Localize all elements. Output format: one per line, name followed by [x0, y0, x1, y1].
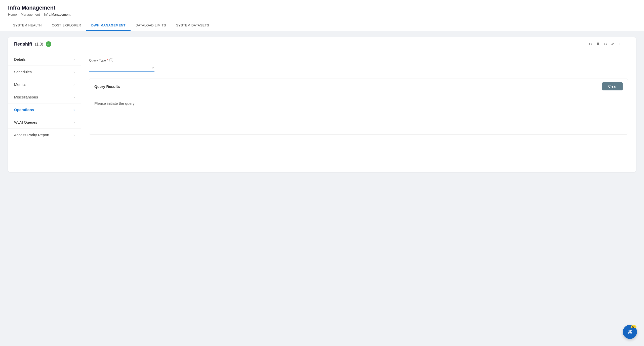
- breadcrumb-current: Infra Management: [44, 13, 71, 16]
- query-type-label: Query Type * i: [89, 58, 154, 62]
- chevron-icon-schedules: ›: [73, 70, 75, 74]
- chevron-icon-miscellaneous: ›: [73, 95, 75, 99]
- sidebar-item-operations[interactable]: Operations ›: [8, 103, 81, 116]
- scissors-icon[interactable]: ✂: [604, 42, 607, 47]
- app-header: Infra Management Home › Management › Inf…: [0, 0, 644, 31]
- main-content: Redshift (1.0) ✓ ↻ ⏸ ✂ ⑇ ＋ ⋮ Details ›: [0, 31, 644, 178]
- card-version: (1.0): [35, 42, 43, 46]
- chevron-down-icon: ⌄: [151, 65, 154, 70]
- clear-button[interactable]: Clear: [602, 82, 623, 90]
- tab-dwh-management[interactable]: DWH MANAGEMENT: [86, 20, 131, 31]
- query-initiate-text: Please initiate the query: [94, 101, 135, 106]
- query-results-title: Query Results: [94, 84, 120, 89]
- tab-system-health[interactable]: SYSTEM HEALTH: [8, 20, 47, 31]
- sidebar-item-details[interactable]: Details ›: [8, 53, 81, 66]
- card-body: Details › Schedules › Metrics › Miscella…: [8, 51, 636, 172]
- card-header: Redshift (1.0) ✓ ↻ ⏸ ✂ ⑇ ＋ ⋮: [8, 37, 636, 51]
- app-title: Infra Management: [8, 5, 636, 11]
- breadcrumb-sep-1: ›: [18, 13, 19, 16]
- pause-icon[interactable]: ⏸: [596, 42, 600, 46]
- tab-dataload-limits[interactable]: DATALOAD LIMITS: [131, 20, 171, 31]
- chevron-icon-operations: ›: [73, 108, 75, 112]
- nav-tabs: SYSTEM HEALTH COST EXPLORER DWH MANAGEME…: [8, 20, 636, 31]
- content-area: Query Type * i ⌄ Query Results: [81, 51, 636, 172]
- tab-system-datasets[interactable]: SYSTEM DATASETS: [171, 20, 214, 31]
- query-type-select: Query Type * i ⌄: [89, 58, 154, 72]
- query-results-header: Query Results Clear: [89, 79, 628, 94]
- sidebar: Details › Schedules › Metrics › Miscella…: [8, 51, 81, 172]
- query-type-dropdown[interactable]: ⌄: [89, 63, 154, 72]
- sidebar-item-label-miscellaneous: Miscellaneous: [14, 95, 38, 99]
- chevron-icon-wlm-queues: ›: [73, 120, 75, 124]
- query-results-section: Query Results Clear Please initiate the …: [89, 79, 628, 135]
- sidebar-item-label-metrics: Metrics: [14, 82, 26, 87]
- query-type-info-icon[interactable]: i: [109, 58, 113, 62]
- sidebar-item-label-operations: Operations: [14, 108, 34, 112]
- sidebar-item-label-schedules: Schedules: [14, 70, 32, 74]
- sidebar-item-miscellaneous[interactable]: Miscellaneous ›: [8, 91, 81, 103]
- chevron-icon-access-parity-report: ›: [73, 133, 75, 137]
- tab-cost-explorer[interactable]: COST EXPLORER: [47, 20, 86, 31]
- card-title-area: Redshift (1.0) ✓: [14, 41, 51, 47]
- required-star: *: [107, 58, 108, 62]
- sidebar-item-label-details: Details: [14, 57, 26, 61]
- sidebar-item-access-parity-report[interactable]: Access Parity Report ›: [8, 129, 81, 141]
- breadcrumb-home[interactable]: Home: [8, 13, 17, 16]
- sidebar-item-metrics[interactable]: Metrics ›: [8, 78, 81, 91]
- sidebar-item-label-access-parity-report: Access Parity Report: [14, 133, 49, 137]
- status-badge: ✓: [46, 41, 51, 47]
- add-icon[interactable]: ＋: [618, 42, 622, 47]
- main-card: Redshift (1.0) ✓ ↻ ⏸ ✂ ⑇ ＋ ⋮ Details ›: [8, 37, 636, 172]
- sidebar-item-wlm-queues[interactable]: WLM Queues ›: [8, 116, 81, 129]
- breadcrumb: Home › Management › Infra Management: [8, 13, 636, 16]
- connect-icon[interactable]: ⑇: [611, 42, 614, 46]
- card-title: Redshift (1.0): [14, 42, 43, 47]
- card-header-actions: ↻ ⏸ ✂ ⑇ ＋ ⋮: [589, 42, 630, 47]
- query-results-body: Please initiate the query: [89, 94, 628, 134]
- sidebar-item-schedules[interactable]: Schedules ›: [8, 66, 81, 78]
- chevron-icon-details: ›: [73, 57, 75, 61]
- query-type-row: Query Type * i ⌄: [89, 58, 628, 72]
- refresh-icon[interactable]: ↻: [589, 42, 592, 47]
- breadcrumb-sep-2: ›: [42, 13, 43, 16]
- breadcrumb-management[interactable]: Management: [21, 13, 40, 16]
- more-icon[interactable]: ⋮: [626, 42, 630, 47]
- chevron-icon-metrics: ›: [73, 83, 75, 87]
- sidebar-item-label-wlm-queues: WLM Queues: [14, 120, 37, 124]
